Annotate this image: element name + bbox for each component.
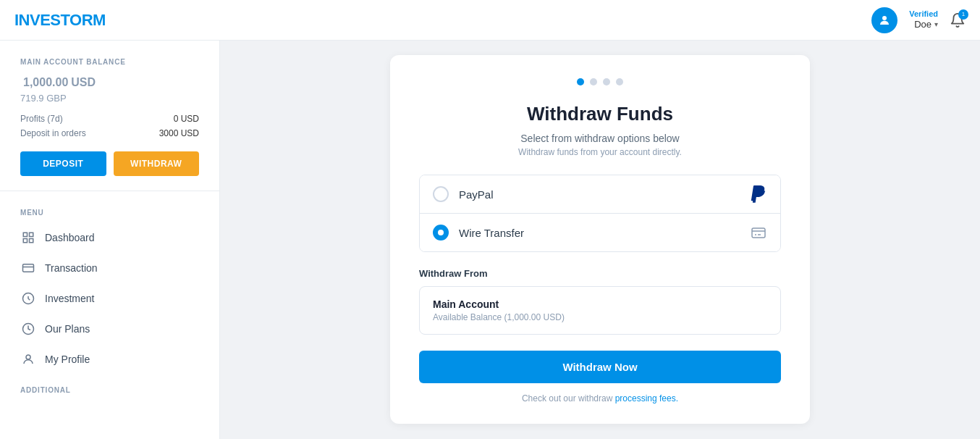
svg-rect-5 [23, 264, 34, 272]
sidebar-item-investment[interactable]: Investment [12, 283, 208, 314]
withdraw-from-label: Withdraw From [419, 268, 781, 279]
paypal-label: PayPal [459, 188, 750, 201]
card-subtitle: Select from withdraw options below [419, 133, 781, 144]
notification-badge: 1 [958, 9, 968, 20]
account-balance: Available Balance (1,000.00 USD) [433, 312, 767, 322]
payment-option-list: PayPal Wire Transfer [419, 175, 781, 252]
withdraw-card: Withdraw Funds Select from withdraw opti… [390, 55, 810, 424]
processing-note-prefix: Check out our withdraw [522, 393, 615, 404]
processing-note: Check out our withdraw processing fees. [419, 393, 781, 404]
sidebar-item-our-plans[interactable]: Our Plans [12, 314, 208, 344]
sidebar-item-transaction[interactable]: Transaction [12, 253, 208, 283]
profile-icon [20, 351, 36, 367]
profits-label: Profits (7d) [20, 114, 63, 124]
deposit-orders-value: 3000 USD [159, 128, 199, 138]
step-dot-3 [603, 78, 610, 85]
processing-fees-link[interactable]: processing fees. [615, 393, 678, 404]
wire-transfer-label: Wire Transfer [459, 227, 750, 239]
wire-transfer-icon [750, 224, 767, 241]
card-title: Withdraw Funds [419, 103, 781, 125]
logo-text-2: ORM [69, 11, 106, 29]
header-right: Verified Doe ▾ 1 [871, 7, 966, 33]
balance-amount: 1,000.00USD [20, 69, 199, 91]
sidebar-item-my-profile[interactable]: My Profile [12, 344, 208, 375]
sidebar-item-dashboard[interactable]: Dashboard [12, 222, 208, 253]
paypal-option[interactable]: PayPal [420, 175, 780, 213]
svg-rect-10 [752, 228, 765, 238]
balance-value: 1,000.00 [23, 76, 68, 88]
transaction-icon [20, 260, 36, 276]
deposit-orders-label: Deposit in orders [20, 128, 86, 138]
step-dot-4 [616, 78, 623, 85]
sidebar-item-label: Dashboard [45, 232, 95, 243]
chevron-down-icon: ▾ [934, 20, 938, 29]
paypal-radio [433, 186, 449, 202]
account-box: Main Account Available Balance (1,000.00… [419, 286, 781, 335]
sidebar-item-label: Transaction [45, 262, 98, 274]
wire-transfer-option[interactable]: Wire Transfer [420, 213, 780, 251]
menu-label: MENU [12, 203, 208, 222]
menu-section: MENU Dashboard Transaction Investment [0, 203, 219, 375]
additional-label: ADDITIONAL [0, 375, 219, 400]
account-name: Main Account [433, 298, 767, 310]
svg-rect-4 [23, 238, 27, 242]
header: INVESTORM Verified Doe ▾ 1 [0, 0, 980, 41]
svg-rect-1 [23, 233, 27, 236]
svg-rect-2 [30, 233, 33, 236]
logo: INVESTORM [14, 11, 106, 30]
profits-row: Profits (7d) 0 USD [20, 114, 199, 124]
sidebar: MAIN ACCOUNT BALANCE 1,000.00USD 719.9 G… [0, 41, 220, 439]
card-description: Withdraw funds from your account directl… [419, 147, 781, 157]
investment-icon [20, 290, 36, 306]
svg-point-9 [26, 355, 30, 359]
notification-bell[interactable]: 1 [950, 12, 966, 28]
step-dot-1 [577, 78, 584, 85]
layout: MAIN ACCOUNT BALANCE 1,000.00USD 719.9 G… [0, 41, 980, 439]
withdraw-button[interactable]: WITHDRAW [114, 151, 200, 176]
step-dots [419, 78, 781, 85]
withdraw-now-button[interactable]: Withdraw Now [419, 351, 781, 383]
deposit-orders-row: Deposit in orders 3000 USD [20, 128, 199, 138]
logo-text-1: INVEST [14, 11, 69, 29]
plans-icon [20, 321, 36, 337]
avatar [871, 7, 897, 33]
action-buttons: DEPOSIT WITHDRAW [20, 151, 199, 176]
balance-section: MAIN ACCOUNT BALANCE 1,000.00USD 719.9 G… [0, 58, 219, 191]
svg-rect-3 [30, 238, 33, 242]
balance-currency: USD [71, 76, 96, 88]
svg-point-0 [882, 16, 887, 20]
sidebar-item-label: Our Plans [45, 323, 90, 335]
sidebar-item-label: My Profile [45, 354, 90, 365]
main-content: Withdraw Funds Select from withdraw opti… [220, 41, 980, 439]
step-dot-2 [590, 78, 597, 85]
sidebar-item-label: Investment [45, 293, 94, 304]
verified-label: Verified [909, 9, 938, 19]
profits-value: 0 USD [174, 114, 199, 124]
wire-transfer-radio [433, 225, 449, 241]
balance-stats: Profits (7d) 0 USD Deposit in orders 300… [20, 114, 199, 138]
dashboard-icon [20, 230, 36, 246]
user-name-dropdown[interactable]: Doe ▾ [914, 19, 938, 30]
deposit-button[interactable]: DEPOSIT [20, 151, 106, 176]
balance-gbp: 719.9 GBP [20, 93, 199, 104]
user-info: Verified Doe ▾ [909, 9, 938, 30]
user-name: Doe [914, 19, 932, 30]
paypal-icon [750, 185, 767, 203]
balance-label: MAIN ACCOUNT BALANCE [20, 58, 199, 66]
